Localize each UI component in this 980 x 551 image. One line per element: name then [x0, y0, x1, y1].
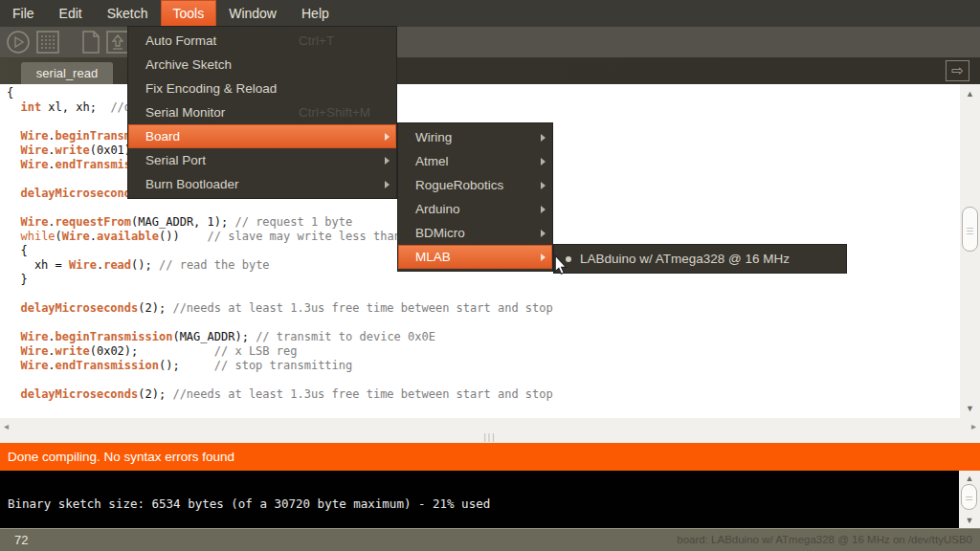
scroll-up-icon[interactable]: ▲	[960, 89, 980, 99]
editor-hscrollbar[interactable]: ◂ ▸ |||	[0, 418, 980, 443]
scroll-right-icon[interactable]: ▸	[971, 421, 976, 431]
grip-icon: ——	[966, 495, 972, 500]
submenu-arrow-icon	[541, 206, 546, 213]
grip-icon: ———	[967, 225, 973, 233]
code-line: Wire.beginTransmission(MAG_ADDR); // tra…	[7, 330, 960, 344]
menu-edit[interactable]: Edit	[47, 0, 95, 27]
code-line: delayMicroseconds(2); //needs at least 1…	[7, 387, 960, 402]
line-number: 72	[14, 529, 28, 551]
menu-item-serial-port[interactable]: Serial Port	[128, 148, 396, 172]
right-arrow-icon: ⇨	[951, 62, 964, 78]
menu-item-atmel[interactable]: Atmel	[398, 149, 552, 173]
menu-item-roguerobotics[interactable]: RogueRobotics	[398, 173, 552, 197]
code-line: Wire.endTransmission(); // stop transmit…	[7, 359, 960, 373]
status-footer: 72 board: LABduino w/ ATmega328 @ 16 MHz…	[0, 528, 980, 551]
stop-icon[interactable]	[35, 30, 60, 55]
verify-icon[interactable]	[6, 30, 31, 55]
compile-status-message: Done compiling. No syntax errors found	[8, 450, 234, 464]
scroll-up-icon[interactable]: ▲	[959, 474, 980, 483]
submenu-arrow-icon	[541, 182, 546, 189]
submenu-arrow-icon	[385, 181, 390, 188]
board-info: board: LABduino w/ ATmega328 @ 16 MHz on…	[677, 529, 972, 551]
menu-item-arduino[interactable]: Arduino	[398, 197, 552, 221]
menu-item-serial-monitor[interactable]: Serial Monitor Ctrl+Shift+M	[128, 100, 396, 124]
menu-help[interactable]: Help	[289, 0, 342, 27]
scroll-left-icon[interactable]: ◂	[4, 421, 9, 431]
new-sketch-icon[interactable]	[79, 30, 104, 55]
pane-splitter-grip[interactable]: |||	[483, 432, 496, 442]
tab-serial-read[interactable]: serial_read	[21, 62, 113, 84]
code-line	[7, 373, 960, 387]
menu-tools[interactable]: Tools	[161, 0, 217, 27]
compile-status-bar: Done compiling. No syntax errors found	[0, 443, 980, 471]
menubar: File Edit Sketch Tools Window Help	[0, 0, 980, 27]
menu-window[interactable]: Window	[216, 0, 289, 27]
tab-menu-button[interactable]: ⇨	[946, 60, 969, 81]
submenu-arrow-icon	[541, 134, 546, 142]
submenu-arrow-icon	[385, 157, 390, 165]
shortcut-label: Ctrl+Shift+M	[299, 105, 370, 120]
menu-sketch[interactable]: Sketch	[95, 0, 161, 27]
editor-vscrollbar[interactable]: ▲ ——— ▼	[960, 84, 980, 418]
menu-item-bdmicro[interactable]: BDMicro	[398, 221, 552, 245]
menu-item-burn-bootloader[interactable]: Burn Bootloader	[128, 172, 396, 196]
submenu-arrow-icon	[385, 133, 390, 141]
tools-menu: Auto Format Ctrl+T Archive Sketch Fix En…	[127, 26, 397, 199]
submenu-arrow-icon	[541, 253, 546, 261]
menu-item-archive-sketch[interactable]: Archive Sketch	[128, 53, 396, 77]
console-output: Binary sketch size: 6534 bytes (of a 307…	[8, 496, 490, 511]
menu-item-wiring[interactable]: Wiring	[398, 125, 552, 149]
board-submenu: Wiring Atmel RogueRobotics Arduino BDMic…	[397, 122, 553, 272]
code-line: }	[7, 273, 960, 287]
menu-item-board[interactable]: Board	[128, 124, 396, 148]
submenu-arrow-icon	[541, 230, 546, 237]
code-line: delayMicroseconds(2); //needs at least 1…	[7, 301, 960, 316]
mlab-submenu: LABduino w/ ATmega328 @ 16 MHz	[553, 244, 847, 274]
scroll-down-icon[interactable]: ▼	[959, 516, 980, 525]
menu-item-auto-format[interactable]: Auto Format Ctrl+T	[128, 29, 396, 53]
scroll-down-icon[interactable]: ▼	[960, 404, 980, 413]
code-line: Wire.write(0x02); // x LSB reg	[7, 344, 960, 359]
console-vscrollbar[interactable]: ▲ —— ▼	[959, 471, 980, 528]
menu-file[interactable]: File	[0, 0, 47, 27]
menu-item-labduino[interactable]: LABduino w/ ATmega328 @ 16 MHz	[554, 247, 846, 271]
menu-item-fix-encoding[interactable]: Fix Encoding & Reload	[128, 77, 396, 100]
mouse-cursor-icon	[552, 254, 569, 279]
console: Binary sketch size: 6534 bytes (of a 307…	[0, 471, 980, 528]
code-line	[7, 316, 960, 330]
console-vscroll-thumb[interactable]: ——	[961, 484, 977, 510]
code-line	[7, 287, 960, 301]
shortcut-label: Ctrl+T	[299, 33, 334, 48]
editor-vscroll-thumb[interactable]: ———	[962, 207, 978, 252]
menu-item-mlab[interactable]: MLAB	[398, 245, 552, 269]
submenu-arrow-icon	[541, 158, 546, 165]
